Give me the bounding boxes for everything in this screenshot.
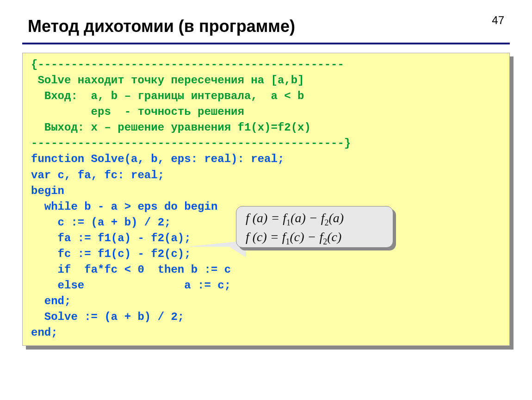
code-block: {---------------------------------------… — [22, 53, 510, 346]
keyword-begin: begin — [31, 185, 64, 197]
title-underline — [22, 43, 510, 44]
comment-line: Вход: a, b – границы интервала, a < b — [31, 90, 304, 102]
slide-title: Метод дихотомии (в программе) — [28, 17, 295, 36]
code-text: fc := f1(c) - f2(c); — [31, 248, 191, 260]
page-number: 47 — [492, 14, 504, 27]
keyword-then: then — [158, 263, 185, 276]
comment-line: ----------------------------------------… — [31, 137, 351, 150]
keyword-if: if — [31, 263, 71, 276]
slide: 47 Метод дихотомии (в программе) {------… — [0, 0, 532, 400]
code-text: b - a > eps — [78, 200, 164, 213]
comment-line: eps - точность решения — [31, 106, 244, 118]
code-text: c, fa, fc: real; — [51, 169, 164, 181]
code-text: fa := f1(a) - f2(a); — [31, 232, 191, 244]
keyword-end: end — [31, 326, 51, 339]
keyword-function: function — [31, 153, 84, 165]
code-text: fa*fc < 0 — [71, 263, 157, 276]
keyword-do-begin: do begin — [164, 200, 217, 213]
keyword-end: end — [31, 295, 64, 307]
comment-line: Выход: x – решение уравнения f1(x)=f2(x) — [31, 121, 311, 134]
code-text: ; — [64, 295, 71, 307]
code-text: a := c; — [84, 279, 231, 292]
code-text: b := c — [184, 263, 231, 276]
keyword-var: var — [31, 169, 51, 181]
code-content: {---------------------------------------… — [22, 53, 510, 346]
keyword-while: while — [31, 200, 78, 213]
code-text: c := (a + b) / 2; — [31, 216, 171, 229]
comment-line: Solve находит точку пересечения на [a,b] — [31, 74, 304, 87]
code-text: ; — [51, 326, 57, 339]
callout-tail — [226, 244, 246, 257]
keyword-else: else — [31, 279, 84, 292]
code-text: Solve(a, b, eps: real): real; — [84, 153, 284, 165]
code-text: Solve := (a + b) / 2; — [31, 311, 184, 323]
comment-line: {---------------------------------------… — [31, 58, 344, 71]
